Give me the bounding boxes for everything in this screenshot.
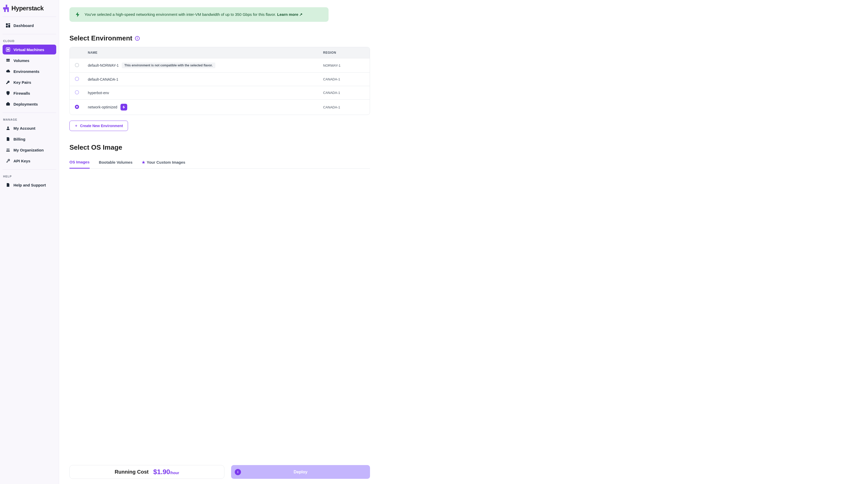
tab-custom-images[interactable]: ★ Your Custom Images <box>142 156 185 168</box>
key-icon <box>6 80 10 85</box>
sidebar-item-deployments[interactable]: Deployments <box>3 99 56 109</box>
sidebar-item-label: Virtual Machines <box>13 48 44 52</box>
banner-learn-more-link[interactable]: Learn more↗ <box>277 12 303 17</box>
radio-input[interactable] <box>75 63 79 67</box>
table-row[interactable]: network-optimized CANADA-1 <box>70 99 370 115</box>
sidebar-group-manage: MANAGE My Account Billing My Organizatio… <box>3 113 56 166</box>
env-name: default-NORWAY-1 <box>88 63 119 67</box>
env-region: CANADA-1 <box>323 91 365 95</box>
shield-icon <box>6 91 10 95</box>
svg-rect-7 <box>6 60 10 61</box>
external-arrow-icon: ↗ <box>299 12 303 17</box>
deploy-button[interactable]: i Deploy <box>231 465 370 479</box>
env-region: NORWAY-1 <box>323 63 365 67</box>
vm-icon <box>6 47 10 52</box>
briefcase-icon <box>6 102 10 106</box>
users-icon <box>6 148 10 152</box>
sidebar-item-label: Deployments <box>13 102 38 106</box>
svg-rect-1 <box>8 23 10 24</box>
sidebar-item-label: Billing <box>13 137 25 141</box>
table-row[interactable]: default-NORWAY-1 This environment is not… <box>70 58 370 73</box>
svg-point-10 <box>7 126 9 128</box>
env-name: hyperbot-env <box>88 91 109 95</box>
radio-input[interactable] <box>75 105 79 109</box>
table-row[interactable]: hyperbot-env CANADA-1 <box>70 86 370 99</box>
select-os-title: Select OS Image <box>69 143 858 151</box>
tab-bootable-volumes[interactable]: Bootable Volumes <box>99 156 133 168</box>
brand-name: Hyperstack <box>11 5 43 12</box>
svg-rect-5 <box>7 49 9 51</box>
sidebar: Hyperstack Dashboard CLOUD Virtual Machi… <box>0 0 59 484</box>
cost-unit: /hour <box>170 471 179 475</box>
table-row[interactable]: default-CANADA-1 CANADA-1 <box>70 73 370 86</box>
env-name: network-optimized <box>88 105 117 109</box>
info-icon[interactable]: i <box>135 36 140 41</box>
svg-rect-0 <box>6 23 8 25</box>
os-tabs: OS Images Bootable Volumes ★ Your Custom… <box>69 156 370 169</box>
radio-input[interactable] <box>75 77 79 81</box>
user-icon <box>6 126 10 131</box>
svg-rect-2 <box>8 25 10 28</box>
sidebar-group-top: Dashboard <box>3 21 56 30</box>
deploy-info-icon[interactable]: i <box>235 469 241 475</box>
sidebar-item-label: API Keys <box>13 159 30 163</box>
sidebar-item-environments[interactable]: Environments <box>3 66 56 76</box>
svg-point-13 <box>8 159 9 161</box>
sidebar-item-dashboard[interactable]: Dashboard <box>3 21 56 30</box>
cloud-icon <box>6 69 10 74</box>
environment-table: NAME REGION default-NORWAY-1 This enviro… <box>69 47 370 115</box>
cost-value: $1.90 <box>153 468 170 476</box>
sidebar-item-my-organization[interactable]: My Organization <box>3 145 56 155</box>
sidebar-item-label: Help and Support <box>13 183 46 187</box>
sidebar-item-label: Dashboard <box>13 23 34 28</box>
svg-rect-6 <box>6 59 10 60</box>
sidebar-item-keypairs[interactable]: Key Pairs <box>3 77 56 87</box>
sidebar-item-my-account[interactable]: My Account <box>3 123 56 133</box>
cost-label: Running Cost <box>115 469 149 475</box>
svg-point-12 <box>8 149 9 150</box>
main-content: You've selected a high-speed networking … <box>59 0 868 484</box>
banner-text: You've selected a high-speed networking … <box>85 12 303 17</box>
bolt-icon <box>75 12 80 17</box>
plus-icon: ＋ <box>74 123 78 128</box>
sidebar-group-label-manage: MANAGE <box>3 116 56 123</box>
sidebar-item-label: My Organization <box>13 148 44 152</box>
sidebar-item-virtual-machines[interactable]: Virtual Machines <box>3 45 56 54</box>
sidebar-group-label-cloud: CLOUD <box>3 38 56 45</box>
brand[interactable]: Hyperstack <box>3 5 56 17</box>
env-region: CANADA-1 <box>323 105 365 109</box>
create-environment-button[interactable]: ＋ Create New Environment <box>69 121 128 131</box>
radio-input[interactable] <box>75 90 79 94</box>
sidebar-item-help[interactable]: Help and Support <box>3 180 56 190</box>
sidebar-item-label: Environments <box>13 69 39 74</box>
env-warning-badge: This environment is not compatible with … <box>122 62 215 68</box>
api-key-icon <box>6 159 10 163</box>
sidebar-group-label-help: HELP <box>3 173 56 180</box>
svg-point-11 <box>7 149 8 150</box>
brand-logo-icon <box>3 5 9 12</box>
help-doc-icon <box>6 182 10 187</box>
sidebar-item-firewalls[interactable]: Firewalls <box>3 88 56 98</box>
tab-os-images[interactable]: OS Images <box>69 156 90 169</box>
star-icon: ★ <box>142 160 145 165</box>
environment-table-header: NAME REGION <box>70 47 370 58</box>
networking-banner: You've selected a high-speed networking … <box>69 7 329 22</box>
sidebar-item-label: Key Pairs <box>13 80 31 85</box>
svg-rect-9 <box>7 102 9 103</box>
running-cost-box: Running Cost $1.90/hour <box>69 465 224 479</box>
sidebar-item-label: Firewalls <box>13 91 30 95</box>
sidebar-item-api-keys[interactable]: API Keys <box>3 156 56 166</box>
select-env-title: Select Environment i <box>69 34 858 42</box>
sidebar-group-help: HELP Help and Support <box>3 169 56 190</box>
svg-rect-8 <box>6 103 10 106</box>
dashboard-icon <box>6 23 10 28</box>
sidebar-item-volumes[interactable]: Volumes <box>3 56 56 65</box>
col-header-name: NAME <box>88 51 323 54</box>
env-name: default-CANADA-1 <box>88 77 118 81</box>
document-icon <box>6 137 10 141</box>
sidebar-item-label: Volumes <box>13 58 29 63</box>
bolt-badge-icon <box>121 104 127 111</box>
volumes-icon <box>6 58 10 63</box>
sidebar-item-billing[interactable]: Billing <box>3 134 56 144</box>
sidebar-group-cloud: CLOUD Virtual Machines Volumes Environme… <box>3 34 56 109</box>
